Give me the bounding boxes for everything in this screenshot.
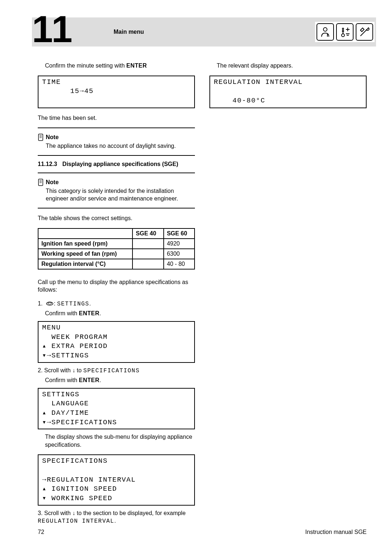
- lcd-settings-line: ▴ DAY/TIME: [42, 409, 89, 417]
- lcd-menu-line: ▴ EXTRA PERIOD: [42, 342, 108, 350]
- table-row: Working speed of fan (rpm) 6300: [38, 249, 195, 259]
- table-header-row: SGE 40 SGE 60: [38, 228, 195, 239]
- step3-target: REGULATION INTERVAL: [38, 518, 114, 524]
- step2-middle: to: [75, 367, 83, 373]
- svg-point-1: [342, 34, 344, 37]
- lcd-specs-title: SPECIFICATIONS: [42, 457, 108, 465]
- down-arrow-icon: ↓: [72, 510, 75, 516]
- lcd-reg-title: REGULATION INTERVAL: [214, 78, 303, 86]
- step-1: 1. : SETTINGS. Confirm with ENTER.: [38, 300, 195, 317]
- down-arrow-icon: ↓: [72, 367, 75, 373]
- page-footer: 72 Instruction manual SGE: [38, 529, 367, 535]
- left-column: Confirm the minute setting with ENTER TI…: [38, 62, 195, 526]
- svg-point-11: [48, 302, 52, 304]
- lcd-specs-line: ▾ WORKING SPEED: [42, 494, 113, 502]
- header-icon-group: [315, 22, 375, 42]
- spec-table: SGE 40 SGE 60 Ignition fan speed (rpm) 4…: [38, 228, 195, 270]
- step3-prefix: 3. Scroll with: [38, 510, 72, 516]
- cell: 40 - 80: [164, 259, 195, 269]
- note1-text: The appliance takes no account of daylig…: [46, 142, 195, 150]
- svg-rect-2: [38, 134, 43, 141]
- step-2: 2. Scroll with ↓ to SPECIFICATIONS Confi…: [38, 366, 195, 384]
- enter-keyword: ENTER: [79, 310, 99, 316]
- confirm-minute-text: Confirm the minute setting with: [45, 62, 126, 69]
- table-header: [38, 228, 132, 239]
- lcd-specifications: SPECIFICATIONS →REGULATION INTERVAL ▴ IG…: [38, 454, 195, 505]
- lcd-settings-line: ▾→SPECIFICATIONS: [42, 418, 117, 426]
- lcd-specs-blank: [42, 466, 47, 474]
- section-title: Displaying appliance specifications (SGE…: [62, 161, 178, 167]
- chapter-header: 11 Main menu: [32, 17, 376, 46]
- chapter-number: 11: [32, 8, 71, 51]
- table-row: Ignition fan speed (rpm) 4920: [38, 239, 195, 249]
- enter-keyword: ENTER: [79, 377, 99, 383]
- lcd-menu-title: MENU: [42, 324, 61, 332]
- horizontal-rule: [38, 208, 195, 208]
- confirm-with-text: Confirm with: [45, 377, 79, 383]
- step1-colon: :: [54, 300, 57, 307]
- note-icon: [38, 133, 44, 141]
- table-intro: The table shows the correct settings.: [38, 214, 195, 222]
- horizontal-rule: [38, 173, 195, 173]
- lcd-settings-line: LANGUAGE: [42, 400, 89, 408]
- note-heading: Note: [38, 178, 195, 186]
- note-icon: [38, 178, 44, 186]
- note-label: Note: [46, 179, 59, 186]
- time-set-text: The time has been set.: [38, 114, 195, 122]
- step3-middle: to the section to be displayed, for exam…: [75, 510, 185, 516]
- relevant-display-text: The relevant display appears.: [217, 62, 367, 70]
- row-label: Working speed of fan (rpm): [38, 249, 132, 259]
- tools-icon: [356, 23, 373, 41]
- submenu-text: The display shows the sub-menu for displ…: [45, 433, 195, 449]
- lcd-reg-value: 40-80°C: [214, 97, 265, 105]
- note-label: Note: [46, 134, 59, 141]
- step2-prefix: 2. Scroll with: [38, 367, 72, 373]
- note2-text: This category is solely intended for the…: [46, 187, 195, 203]
- lcd-time-value: 15→45: [70, 87, 94, 95]
- horizontal-rule: [38, 127, 195, 128]
- right-column: The relevant display appears. REGULATION…: [209, 62, 367, 526]
- row-label: Regulation interval (°C): [38, 259, 132, 269]
- lcd-time-title: TIME: [42, 78, 61, 86]
- page-number: 72: [38, 529, 44, 535]
- cell: [132, 239, 163, 249]
- section-number: 11.12.3: [38, 161, 57, 167]
- horizontal-rule: [38, 155, 195, 156]
- table-header: SGE 40: [132, 228, 163, 239]
- confirm-minute-line: Confirm the minute setting with ENTER: [45, 62, 195, 70]
- lcd-menu-line: ▾→SETTINGS: [42, 352, 89, 360]
- step1-target: SETTINGS: [57, 301, 89, 307]
- lcd-regulation-interval: REGULATION INTERVAL 40-80°C: [209, 76, 367, 108]
- callup-text: Call up the menu to display the applianc…: [38, 278, 195, 294]
- lcd-settings-title: SETTINGS: [42, 390, 79, 398]
- chapter-title: Main menu: [114, 29, 144, 35]
- lcd-menu: MENU WEEK PROGRAM ▴ EXTRA PERIOD ▾→SETTI…: [38, 321, 195, 363]
- lcd-specs-line: →REGULATION INTERVAL: [42, 476, 136, 484]
- section-heading: 11.12.3 Displaying appliance specificati…: [38, 161, 195, 167]
- temperature-icon: [336, 23, 354, 41]
- table-header: SGE 60: [164, 228, 195, 239]
- lcd-menu-line: WEEK PROGRAM: [42, 333, 108, 341]
- cell: [132, 249, 163, 259]
- step2-target: SPECIFICATIONS: [83, 368, 139, 374]
- manual-name: Instruction manual SGE: [305, 529, 367, 535]
- lcd-settings: SETTINGS LANGUAGE ▴ DAY/TIME ▾→SPECIFICA…: [38, 388, 195, 430]
- lcd-time: TIME 15→45: [38, 76, 195, 108]
- dial-icon: [46, 300, 54, 308]
- svg-rect-6: [38, 179, 43, 186]
- note-heading: Note: [38, 133, 195, 141]
- confirm-with-text: Confirm with: [45, 310, 79, 316]
- cell: [132, 259, 163, 269]
- lcd-specs-line: ▴ IGNITION SPEED: [42, 485, 117, 493]
- cell: 4920: [164, 239, 195, 249]
- table-row: Regulation interval (°C) 40 - 80: [38, 259, 195, 269]
- svg-point-0: [323, 28, 327, 31]
- cell: 6300: [164, 249, 195, 259]
- step3-period: .: [114, 518, 116, 524]
- row-label: Ignition fan speed (rpm): [38, 239, 132, 249]
- step-3: 3. Scroll with ↓ to the section to be di…: [38, 509, 195, 526]
- installer-icon: [317, 23, 334, 41]
- enter-keyword: ENTER: [126, 62, 147, 69]
